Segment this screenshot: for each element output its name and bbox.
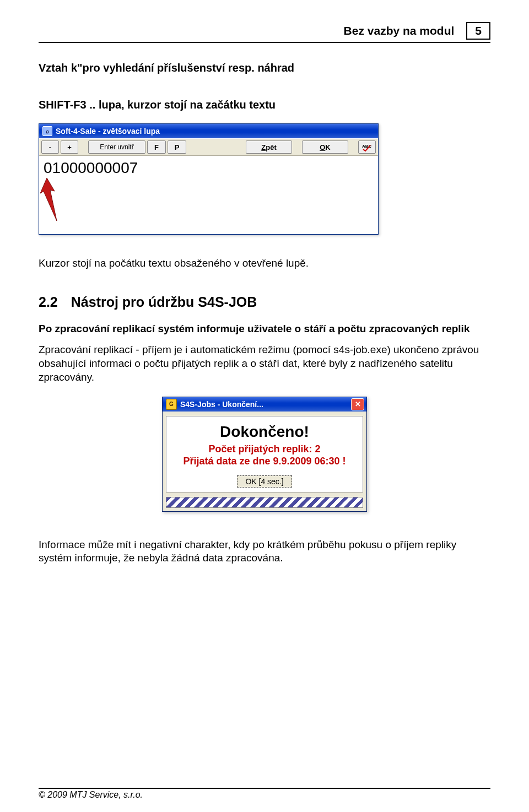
- zoom-window-titlebar: ⌕ Soft-4-Sale - zvětšovací lupa: [39, 124, 378, 138]
- intro-line: Vztah k"pro vyhledání příslušenství resp…: [39, 62, 490, 74]
- zoom-toolbar: - + Enter uvnitř F P Zpět OK ABC: [39, 138, 378, 156]
- back-button-rest: pět: [266, 143, 277, 151]
- ok-button[interactable]: OK: [302, 140, 348, 154]
- section-heading: 2.2 Nástroj pro údržbu S4S-JOB: [39, 294, 490, 310]
- caption-1: Kurzor stojí na počátku textu obsaženého…: [39, 257, 490, 270]
- page-header: Bez vazby na modul 5: [39, 22, 490, 43]
- dialog-titlebar: G S4S-Jobs - Ukončení... ✕: [163, 397, 366, 412]
- ok-button-rest: K: [325, 143, 330, 151]
- f-button[interactable]: F: [147, 140, 166, 154]
- dialog-title: S4S-Jobs - Ukončení...: [180, 400, 263, 409]
- final-paragraph: Informace může mít i negativní charakter…: [39, 538, 490, 565]
- zoom-window: ⌕ Soft-4-Sale - zvětšovací lupa - + Ente…: [39, 123, 379, 235]
- zoom-plus-button[interactable]: +: [61, 140, 78, 154]
- copyright: © 2009 MTJ Service, s.r.o.: [39, 790, 143, 799]
- header-title: Bez vazby na modul: [344, 24, 455, 37]
- data-date-line: Přijatá data ze dne 9.9.2009 06:30 !: [171, 455, 358, 468]
- zoom-content: 01000000007: [39, 156, 378, 234]
- cursor-arrow-icon: [38, 178, 62, 222]
- zoom-value: 01000000007: [44, 159, 138, 176]
- dialog-body: Dokončeno! Počet přijatých replik: 2 Při…: [166, 416, 363, 492]
- svg-marker-1: [40, 178, 57, 221]
- app-icon: G: [166, 399, 177, 410]
- spellcheck-icon: ABC: [362, 143, 372, 151]
- shortcut-line: SHIFT-F3 .. lupa, kurzor stojí na začátk…: [39, 99, 490, 111]
- page-footer: © 2009 MTJ Service, s.r.o.: [39, 788, 490, 800]
- zoom-window-title: Soft-4-Sale - zvětšovací lupa: [56, 124, 160, 138]
- dialog-ok-button[interactable]: OK [4 sec.]: [237, 475, 292, 488]
- section-number: 2.2: [39, 294, 58, 310]
- p-button[interactable]: P: [168, 140, 186, 154]
- spellcheck-button[interactable]: ABC: [358, 140, 376, 154]
- completion-dialog: G S4S-Jobs - Ukončení... ✕ Dokončeno! Po…: [162, 397, 367, 512]
- progress-stripe: [166, 497, 363, 508]
- page-number: 5: [466, 22, 490, 40]
- replica-count-line: Počet přijatých replik: 2: [171, 443, 358, 456]
- section-body: Zpracování replikací - příjem je i autom…: [39, 343, 490, 384]
- back-button[interactable]: Zpět: [246, 140, 292, 154]
- section-title: Nástroj pro údržbu S4S-JOB: [71, 294, 257, 310]
- enter-inside-button[interactable]: Enter uvnitř: [88, 140, 145, 154]
- section-lead: Po zpracování replikací systém informuje…: [39, 322, 490, 336]
- magnifier-icon: ⌕: [42, 126, 52, 136]
- done-label: Dokončeno!: [171, 421, 358, 443]
- zoom-minus-button[interactable]: -: [41, 140, 59, 154]
- close-button[interactable]: ✕: [351, 398, 364, 410]
